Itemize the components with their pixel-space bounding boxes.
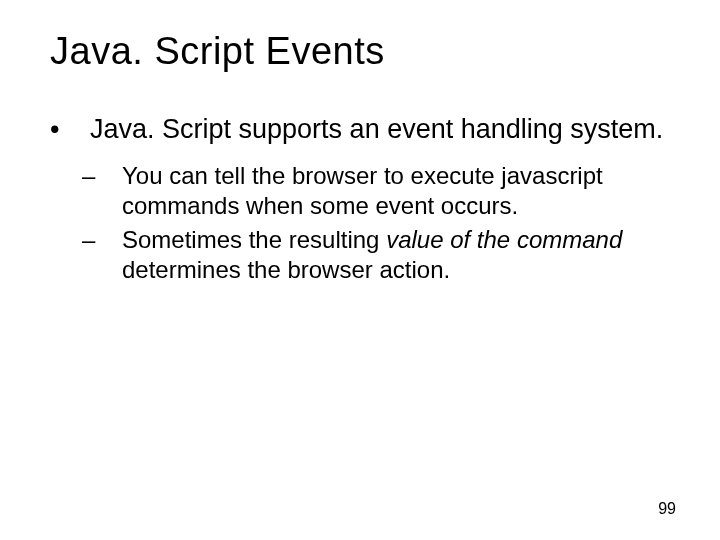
bullet-level-2: –You can tell the browser to execute jav… xyxy=(102,161,670,221)
bullet-level-2: –Sometimes the resulting value of the co… xyxy=(102,225,670,285)
page-number: 99 xyxy=(658,500,676,518)
dash-icon: – xyxy=(102,161,122,191)
sub-bullet-text-italic: value of the command xyxy=(386,226,622,253)
bullet-text: Java. Script supports an event handling … xyxy=(90,114,663,144)
bullet-dot: • xyxy=(70,113,90,147)
sub-bullet-text: You can tell the browser to execute java… xyxy=(122,162,603,219)
sub-bullet-text-c: determines the browser action. xyxy=(122,256,450,283)
slide: Java. Script Events •Java. Script suppor… xyxy=(0,0,720,540)
slide-title: Java. Script Events xyxy=(50,30,670,73)
bullet-level-1: •Java. Script supports an event handling… xyxy=(70,113,670,147)
sub-bullet-text-a: Sometimes the resulting xyxy=(122,226,386,253)
dash-icon: – xyxy=(102,225,122,255)
